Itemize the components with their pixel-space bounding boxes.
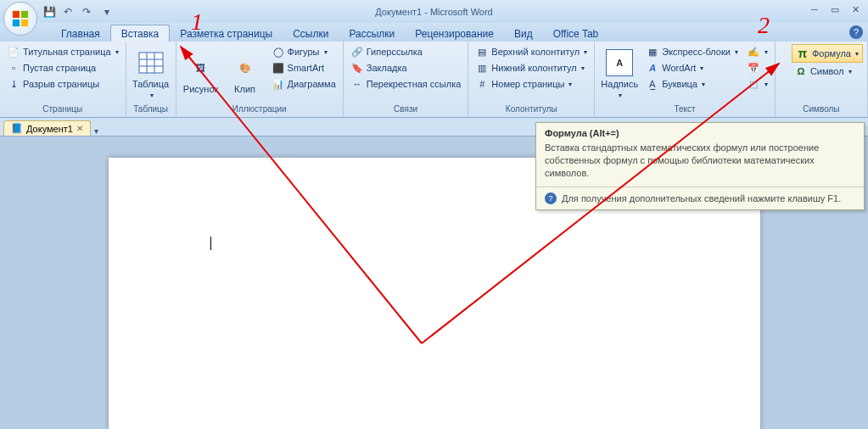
tab-office-tab[interactable]: Office Tab bbox=[543, 25, 609, 42]
word-doc-icon: 📘 bbox=[11, 123, 23, 134]
group-links: 🔗Гиперссылка 🔖Закладка ↔Перекрестная ссы… bbox=[344, 42, 469, 117]
picture-button[interactable]: 🖼 Рисунок bbox=[181, 44, 221, 104]
save-icon[interactable]: 💾 bbox=[42, 5, 56, 19]
chart-button[interactable]: 📊Диаграмма bbox=[269, 76, 339, 92]
close-tab-icon[interactable]: ✕ bbox=[76, 124, 83, 133]
svg-rect-1 bbox=[21, 11, 28, 18]
symbol-button[interactable]: Ω Символ▾ bbox=[792, 64, 863, 79]
minimize-button[interactable]: ─ bbox=[807, 3, 822, 15]
quickparts-button[interactable]: ▦Экспресс-блоки▾ bbox=[643, 44, 741, 59]
clip-button[interactable]: 🎨 Клип bbox=[225, 44, 266, 104]
pagenum-button[interactable]: #Номер страницы▾ bbox=[473, 76, 590, 92]
group-pages: 📄 Титульная страница▾ ▫ Пустая страница … bbox=[0, 42, 126, 117]
smartart-button[interactable]: ⬛SmartArt bbox=[269, 60, 339, 75]
blank-page-button[interactable]: ▫ Пустая страница bbox=[4, 60, 121, 75]
tab-home[interactable]: Главная bbox=[51, 25, 110, 42]
page-break-button[interactable]: ⤓ Разрыв страницы bbox=[4, 76, 121, 92]
tab-dropdown-icon[interactable]: ▾ bbox=[94, 126, 98, 136]
tab-view[interactable]: Вид bbox=[504, 25, 543, 42]
tab-page-layout[interactable]: Разметка страницы bbox=[170, 25, 283, 42]
header-button[interactable]: ▤Верхний колонтитул▾ bbox=[473, 44, 590, 59]
text-cursor bbox=[210, 237, 211, 250]
ribbon-tabs: Главная Вставка Разметка страницы Ссылки… bbox=[0, 23, 868, 42]
dropcap-button[interactable]: A̲Буквица▾ bbox=[643, 76, 741, 92]
document-tab-label: Документ1 bbox=[26, 124, 73, 134]
textbox-button[interactable]: A Надпись▾ bbox=[599, 44, 640, 104]
ribbon: 📄 Титульная страница▾ ▫ Пустая страница … bbox=[0, 42, 868, 118]
tooltip-footer: Для получения дополнительных сведений на… bbox=[562, 193, 841, 203]
cover-page-button[interactable]: 📄 Титульная страница▾ bbox=[4, 44, 121, 59]
table-button[interactable]: Таблица▾ bbox=[131, 44, 171, 104]
svg-rect-4 bbox=[139, 53, 163, 73]
page-break-icon: ⤓ bbox=[7, 77, 20, 91]
group-tables-label: Таблицы bbox=[131, 104, 171, 117]
pagenum-icon: # bbox=[475, 77, 489, 91]
group-text-label: Текст bbox=[599, 104, 770, 117]
datetime-button[interactable]: 📅 bbox=[744, 60, 770, 75]
hyperlink-button[interactable]: 🔗Гиперссылка bbox=[348, 44, 464, 59]
wordart-icon: A bbox=[646, 61, 659, 75]
cover-page-icon: 📄 bbox=[7, 45, 20, 58]
group-tables: Таблица▾ Таблицы bbox=[126, 42, 176, 117]
object-button[interactable]: ⬚▾ bbox=[744, 76, 770, 92]
redo-icon[interactable]: ↷ bbox=[80, 5, 93, 19]
undo-icon[interactable]: ↶ bbox=[61, 5, 75, 19]
document-tab[interactable]: 📘 Документ1 ✕ bbox=[3, 120, 91, 136]
tab-insert[interactable]: Вставка bbox=[110, 25, 171, 42]
footer-icon: ▥ bbox=[475, 61, 489, 75]
svg-rect-3 bbox=[21, 20, 28, 26]
group-symbols: π Формула▾ Ω Символ▾ Символы bbox=[776, 42, 868, 117]
object-icon: ⬚ bbox=[747, 77, 760, 91]
svg-rect-0 bbox=[13, 11, 20, 18]
group-symbols-label: Символы bbox=[780, 104, 863, 117]
group-hf-label: Колонтитулы bbox=[473, 104, 590, 117]
tab-references[interactable]: Ссылки bbox=[283, 25, 339, 42]
office-logo-icon bbox=[11, 9, 30, 28]
qat-dropdown-icon[interactable]: ▾ bbox=[100, 5, 114, 19]
omega-icon: Ω bbox=[794, 64, 808, 78]
svg-rect-2 bbox=[13, 20, 20, 26]
group-pages-label: Страницы bbox=[4, 104, 121, 117]
clip-icon: 🎨 bbox=[232, 54, 259, 81]
picture-icon: 🖼 bbox=[188, 54, 215, 81]
group-links-label: Связи bbox=[348, 104, 464, 117]
datetime-icon: 📅 bbox=[747, 61, 760, 75]
dropcap-icon: A̲ bbox=[646, 77, 659, 91]
bookmark-button[interactable]: 🔖Закладка bbox=[348, 60, 464, 75]
blank-page-icon: ▫ bbox=[7, 61, 20, 75]
signature-button[interactable]: ✍▾ bbox=[744, 44, 770, 59]
bookmark-icon: 🔖 bbox=[350, 61, 364, 75]
hyperlink-icon: 🔗 bbox=[350, 45, 364, 58]
tooltip-body: Вставка стандартных математических форму… bbox=[536, 140, 864, 187]
equation-tooltip: Формула (Alt+=) Вставка стандартных мате… bbox=[535, 122, 865, 210]
header-icon: ▤ bbox=[475, 45, 489, 58]
equation-button[interactable]: π Формула▾ bbox=[792, 44, 863, 63]
tab-mailings[interactable]: Рассылки bbox=[339, 25, 405, 42]
office-button[interactable] bbox=[3, 2, 37, 36]
crossref-button[interactable]: ↔Перекрестная ссылка bbox=[348, 76, 464, 92]
maximize-button[interactable]: ▭ bbox=[827, 3, 843, 15]
tooltip-title: Формула (Alt+=) bbox=[536, 123, 864, 140]
crossref-icon: ↔ bbox=[350, 77, 364, 91]
group-illustrations-label: Иллюстрации bbox=[181, 104, 339, 117]
chart-icon: 📊 bbox=[272, 77, 285, 91]
tab-review[interactable]: Рецензирование bbox=[405, 25, 504, 42]
quickparts-icon: ▦ bbox=[646, 45, 659, 58]
title-bar: 💾 ↶ ↷ ▾ Документ1 - Microsoft Word ─ ▭ ✕ bbox=[0, 0, 868, 23]
shapes-button[interactable]: ◯Фигуры▾ bbox=[269, 44, 339, 59]
group-header-footer: ▤Верхний колонтитул▾ ▥Нижний колонтитул▾… bbox=[468, 42, 595, 117]
close-button[interactable]: ✕ bbox=[848, 3, 863, 15]
wordart-button[interactable]: AWordArt▾ bbox=[643, 60, 741, 75]
window-title: Документ1 - Microsoft Word bbox=[0, 7, 868, 17]
table-icon bbox=[137, 49, 165, 76]
shapes-icon: ◯ bbox=[272, 45, 285, 58]
footer-button[interactable]: ▥Нижний колонтитул▾ bbox=[473, 60, 590, 75]
help-hint-icon: ? bbox=[545, 192, 557, 204]
textbox-icon: A bbox=[606, 49, 633, 76]
pi-icon: π bbox=[796, 47, 809, 60]
group-illustrations: 🖼 Рисунок 🎨 Клип ◯Фигуры▾ ⬛SmartArt 📊Диа… bbox=[176, 42, 344, 117]
smartart-icon: ⬛ bbox=[272, 61, 285, 75]
help-icon[interactable]: ? bbox=[849, 25, 863, 39]
signature-icon: ✍ bbox=[747, 45, 760, 58]
group-text: A Надпись▾ ▦Экспресс-блоки▾ AWordArt▾ A̲… bbox=[595, 42, 776, 117]
